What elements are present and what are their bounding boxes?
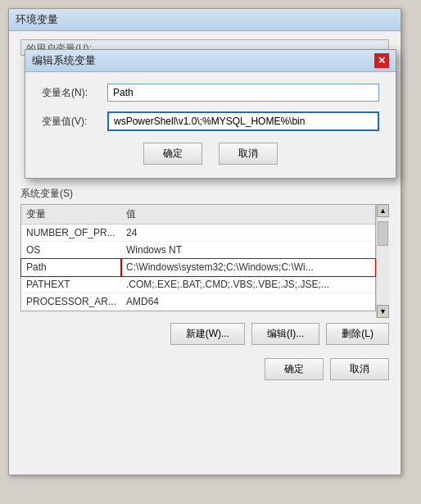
edit-system-var-button[interactable]: 编辑(I)... (251, 323, 319, 345)
edit-modal-close-button[interactable]: ✕ (374, 53, 389, 68)
table-row[interactable]: PROCESSOR_AR...AMD64 (21, 293, 375, 311)
system-table-container: 变量 值 NUMBER_OF_PR...24OSWindows NTPathC:… (20, 204, 376, 311)
var-cell: OS (21, 242, 121, 259)
table-row[interactable]: PATHEXT.COM;.EXE;.BAT;.CMD;.VBS;.VBE;.JS… (21, 276, 375, 293)
var-cell: NUMBER_OF_PR... (21, 225, 121, 242)
edit-modal-title: 编辑系统变量 (32, 53, 96, 68)
scrollbar-thumb[interactable] (378, 221, 388, 246)
val-cell: .COM;.EXE;.BAT;.CMD;.VBS;.VBE;.JS;.JSE;.… (121, 276, 375, 293)
system-table-inner: 变量 值 NUMBER_OF_PR...24OSWindows NTPathC:… (20, 204, 376, 318)
edit-modal-content: 变量名(N): 变量值(V): 确定 取消 (25, 72, 396, 178)
val-cell: AMD64 (121, 293, 375, 311)
scrollbar-down-btn[interactable]: ▼ (377, 305, 389, 318)
edit-system-var-modal: 编辑系统变量 ✕ 变量名(N): 变量值(V): 确定 取消 (25, 49, 396, 179)
new-system-var-button[interactable]: 新建(W)... (170, 323, 245, 345)
val-cell: C:\Windows\system32;C:\Windows;C:\Wi... (121, 259, 375, 276)
system-table-wrapper: 变量 值 NUMBER_OF_PR...24OSWindows NTPathC:… (20, 204, 389, 318)
system-section: 系统变量(S) 变量 值 NUMBER_OF_PR...24O (20, 187, 389, 345)
var-value-input[interactable] (107, 111, 379, 131)
system-table: 变量 值 NUMBER_OF_PR...24OSWindows NTPathC:… (21, 205, 375, 311)
var-name-row: 变量名(N): (42, 84, 379, 102)
env-titlebar: 环境变量 (9, 9, 401, 31)
table-row[interactable]: PathC:\Windows\system32;C:\Windows;C:\Wi… (21, 259, 375, 276)
var-value-row: 变量值(V): (42, 111, 379, 131)
val-cell: 24 (121, 225, 375, 242)
scrollbar-track (377, 217, 389, 305)
table-row[interactable]: NUMBER_OF_PR...24 (21, 225, 375, 242)
scrollbar-up-btn[interactable]: ▲ (377, 204, 389, 217)
val-cell: Windows NT (121, 242, 375, 259)
env-ok-button[interactable]: 确定 (265, 358, 324, 380)
col-header-var: 变量 (21, 205, 121, 225)
col-header-val: 值 (121, 205, 375, 225)
system-btn-row: 新建(W)... 编辑(I)... 删除(L) (20, 323, 389, 345)
edit-modal-titlebar: 编辑系统变量 ✕ (25, 50, 396, 72)
env-title: 环境变量 (16, 12, 58, 27)
system-table-scrollbar[interactable]: ▲ ▼ (376, 204, 389, 318)
delete-system-var-button[interactable]: 删除(L) (326, 323, 389, 345)
edit-modal-cancel-button[interactable]: 取消 (219, 143, 278, 165)
system-section-label: 系统变量(S) (20, 187, 389, 201)
edit-modal-btn-row: 确定 取消 (42, 143, 379, 165)
edit-modal-ok-button[interactable]: 确定 (143, 143, 202, 165)
var-name-input[interactable] (107, 84, 379, 102)
var-cell: Path (21, 259, 121, 276)
var-cell: PATHEXT (21, 276, 121, 293)
var-name-label: 变量名(N): (42, 86, 107, 100)
table-row[interactable]: OSWindows NT (21, 242, 375, 259)
var-value-label: 变量值(V): (42, 115, 107, 129)
var-cell: PROCESSOR_AR... (21, 293, 121, 311)
env-cancel-button[interactable]: 取消 (330, 358, 389, 380)
env-bottom-btns: 确定 取消 (20, 358, 389, 380)
